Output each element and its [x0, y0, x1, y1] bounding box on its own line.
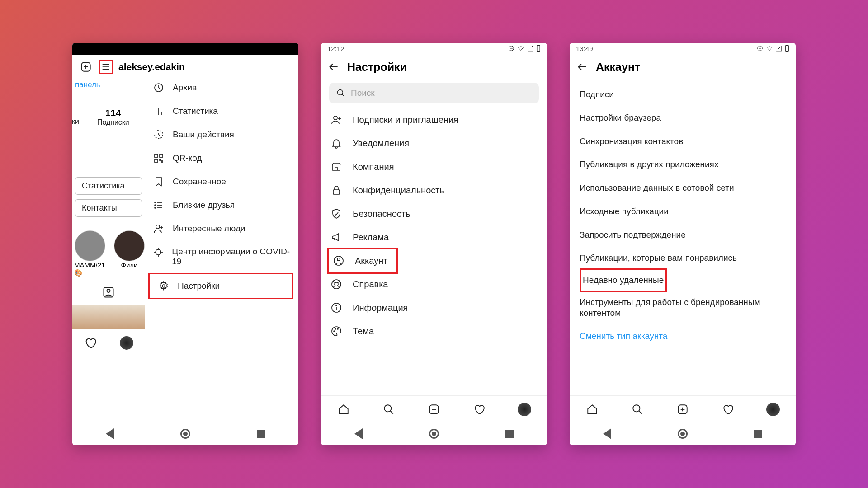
- search-input[interactable]: Поиск: [329, 83, 539, 103]
- username-label: aleksey.edakin: [118, 61, 185, 72]
- item-info[interactable]: Информация: [321, 296, 547, 319]
- acct-original[interactable]: Исходные публикации: [570, 200, 796, 223]
- settings-header: Настройки: [321, 54, 547, 80]
- acct-verify[interactable]: Запросить подтверждение: [570, 223, 796, 247]
- svg-rect-42: [333, 190, 340, 194]
- search-placeholder: Поиск: [351, 88, 375, 98]
- svg-point-53: [336, 305, 337, 306]
- activity-icon: [153, 129, 165, 140]
- profile-header: aleksey.edakin: [72, 55, 298, 76]
- item-business[interactable]: Компания: [321, 155, 547, 178]
- create-icon[interactable]: [427, 403, 441, 416]
- menu-discover[interactable]: Интересные люди: [145, 217, 298, 240]
- profile-avatar-icon[interactable]: [120, 336, 133, 350]
- menu-settings[interactable]: Настройки: [148, 273, 293, 299]
- chip-contacts[interactable]: Контакты: [75, 199, 142, 217]
- item-security[interactable]: Безопасность: [321, 202, 547, 225]
- menu-activity[interactable]: Ваши действия: [145, 123, 298, 146]
- svg-rect-16: [161, 161, 163, 162]
- svg-line-68: [639, 411, 642, 414]
- status-blackbar: [72, 43, 298, 55]
- recent-nav-icon[interactable]: [257, 430, 265, 438]
- covid-icon: [153, 247, 164, 258]
- screen-account: 13:49 Аккаунт Подписи Настройки браузера…: [570, 43, 796, 445]
- panel-link[interactable]: панель: [72, 76, 145, 94]
- menu-archive[interactable]: Архив: [145, 76, 298, 99]
- svg-rect-65: [786, 45, 788, 46]
- add-person-icon: [153, 223, 165, 234]
- acct-liked[interactable]: Публикации, которые вам понравились: [570, 246, 796, 270]
- svg-point-57: [384, 405, 391, 412]
- story-item[interactable]: МАММ/21 🎨: [74, 230, 106, 277]
- story-item[interactable]: Фили: [114, 230, 145, 277]
- svg-rect-64: [786, 46, 788, 52]
- svg-point-23: [156, 225, 160, 229]
- svg-point-7: [107, 289, 110, 292]
- back-nav-icon[interactable]: [106, 428, 114, 439]
- signal-icon: [527, 45, 533, 52]
- profile-icon[interactable]: [518, 403, 531, 416]
- acct-captions[interactable]: Подписи: [570, 83, 796, 106]
- heart-icon[interactable]: [472, 403, 486, 416]
- item-theme[interactable]: Тема: [321, 319, 547, 343]
- item-help[interactable]: Справка: [321, 272, 547, 296]
- tagged-tab-icon[interactable]: [72, 286, 145, 300]
- back-icon[interactable]: [575, 60, 590, 74]
- svg-line-50: [338, 281, 340, 283]
- acct-recently-deleted[interactable]: Недавно удаленные: [580, 268, 667, 292]
- item-account[interactable]: Аккаунт: [327, 248, 398, 274]
- status-bar: 13:49: [570, 43, 796, 54]
- item-notifications[interactable]: Уведомления: [321, 131, 547, 155]
- acct-browser[interactable]: Настройки браузера: [570, 106, 796, 130]
- home-icon[interactable]: [337, 403, 350, 416]
- item-privacy[interactable]: Конфиденциальность: [321, 178, 547, 202]
- wifi-icon: [766, 45, 773, 52]
- svg-point-55: [335, 328, 336, 329]
- search-icon[interactable]: [631, 403, 644, 416]
- back-nav-icon[interactable]: [354, 428, 363, 439]
- acct-data[interactable]: Использование данных в сотовой сети: [570, 176, 796, 200]
- acct-sync[interactable]: Синхронизация контактов: [570, 130, 796, 153]
- item-subscriptions[interactable]: Подписки и приглашения: [321, 108, 547, 131]
- acct-branded[interactable]: Инструменты для работы с брендированным …: [570, 291, 796, 325]
- bottom-nav: [570, 395, 796, 422]
- back-nav-icon[interactable]: [603, 428, 611, 439]
- home-nav-icon[interactable]: [678, 429, 688, 439]
- home-nav-icon[interactable]: [429, 429, 439, 439]
- system-nav: [570, 422, 796, 445]
- svg-point-21: [155, 205, 156, 206]
- system-nav: [72, 422, 298, 445]
- account-title: Аккаунт: [596, 61, 640, 74]
- menu-covid[interactable]: Центр информации о COVID-19: [145, 240, 298, 273]
- recent-nav-icon[interactable]: [754, 430, 762, 438]
- status-icons: [757, 45, 789, 52]
- hamburger-menu-icon[interactable]: [99, 60, 113, 74]
- svg-point-56: [337, 328, 338, 329]
- qr-icon: [153, 153, 165, 164]
- menu-close-friends[interactable]: Близкие друзья: [145, 193, 298, 217]
- acct-share[interactable]: Публикация в других приложениях: [570, 153, 796, 176]
- heart-icon[interactable]: [84, 336, 97, 350]
- following-count: 114: [97, 108, 129, 118]
- home-nav-icon[interactable]: [180, 429, 190, 439]
- account-list: Подписи Настройки браузера Синхронизация…: [570, 80, 796, 395]
- menu-statistics[interactable]: Статистика: [145, 99, 298, 123]
- home-icon[interactable]: [585, 403, 599, 416]
- search-icon[interactable]: [382, 403, 396, 416]
- create-post-icon[interactable]: [79, 60, 93, 74]
- barchart-icon: [153, 106, 165, 117]
- item-ads[interactable]: Реклама: [321, 225, 547, 249]
- recent-nav-icon[interactable]: [505, 430, 514, 438]
- menu-saved[interactable]: Сохраненное: [145, 170, 298, 193]
- acct-switch-type[interactable]: Сменить тип аккаунта: [570, 324, 796, 348]
- menu-qr[interactable]: QR-код: [145, 146, 298, 170]
- profile-icon[interactable]: [766, 403, 780, 416]
- svg-rect-15: [160, 159, 161, 160]
- svg-line-38: [342, 94, 344, 97]
- back-icon[interactable]: [326, 60, 341, 74]
- heart-icon[interactable]: [721, 403, 735, 416]
- svg-rect-34: [537, 46, 540, 52]
- create-icon[interactable]: [676, 403, 689, 416]
- chip-stats[interactable]: Статистика: [75, 177, 142, 195]
- screen-profile-menu: aleksey.edakin панель ики 114 Подписки С…: [72, 43, 298, 445]
